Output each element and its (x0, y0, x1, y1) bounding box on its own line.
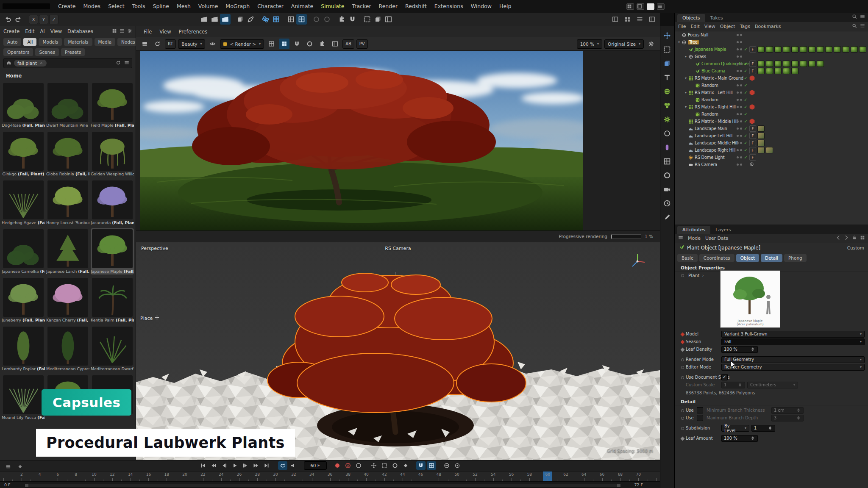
filter-materials[interactable]: Materials (64, 38, 92, 46)
grid-icon[interactable] (296, 14, 307, 25)
visibility-dot-render[interactable] (740, 63, 742, 65)
value-field[interactable]: 100 % (721, 346, 758, 353)
material-chip[interactable] (791, 46, 798, 53)
axis-lock-z-button[interactable]: Z (49, 15, 58, 24)
dropdown[interactable]: Render Geometry▾ (721, 364, 865, 371)
clapper-icon[interactable] (199, 14, 209, 25)
magnet-icon[interactable] (292, 39, 302, 49)
object-row[interactable]: Random✓ (675, 111, 868, 118)
filter-all[interactable]: All (23, 38, 36, 46)
visibility-dot-editor[interactable] (737, 34, 739, 36)
spinner-arrows[interactable] (769, 425, 773, 431)
gridview-icon[interactable] (626, 3, 634, 10)
visibility-dot-render[interactable] (740, 156, 742, 158)
current-frame-field[interactable]: 60 F (304, 461, 327, 470)
range-track[interactable] (25, 484, 621, 488)
visibility-dot-render[interactable] (740, 142, 742, 144)
home-icon[interactable] (6, 60, 11, 67)
object-row[interactable]: ▾Tree (675, 39, 868, 46)
grid-icon[interactable] (286, 14, 296, 25)
menu-tracker[interactable]: Tracker (348, 0, 375, 13)
puzzle-icon[interactable] (337, 14, 347, 25)
use-checkbox[interactable] (697, 407, 703, 413)
clock-icon[interactable] (662, 198, 672, 208)
renderview-menu-file[interactable]: File (140, 26, 155, 37)
marquee-button[interactable] (380, 461, 389, 470)
tag-chip-f[interactable]: F (749, 68, 756, 74)
menu-modes[interactable]: Modes (80, 0, 105, 13)
autokey-button[interactable]: A (343, 461, 353, 470)
material-chip[interactable] (791, 61, 798, 67)
spinner-arrows[interactable] (797, 415, 801, 421)
material-chip[interactable] (800, 46, 807, 53)
anim-dot[interactable] (679, 331, 686, 337)
keydiamond-icon[interactable] (15, 462, 25, 471)
rt-button[interactable]: RT (165, 39, 176, 49)
expand-arrow-icon[interactable]: ▾ (683, 91, 688, 94)
visibility-dot-render[interactable] (740, 120, 742, 122)
size-dropdown[interactable]: Original Size▾ (604, 39, 644, 49)
visibility-dot-editor[interactable] (737, 55, 739, 58)
redshift-material-chip[interactable] (749, 90, 755, 95)
ring-icon[interactable] (662, 170, 672, 180)
tab-layers[interactable]: Layers (710, 226, 736, 234)
prev-frame-button[interactable] (220, 461, 229, 470)
target-tag-icon[interactable] (749, 162, 754, 168)
filter-media[interactable]: Media (95, 38, 116, 46)
tag-chip-f[interactable]: F (749, 46, 756, 53)
visibility-dot-editor[interactable] (737, 48, 739, 50)
listview-icon[interactable] (634, 14, 645, 25)
search-icon[interactable] (852, 14, 857, 20)
visibility-dot-editor[interactable] (737, 113, 739, 115)
asset-menu-view[interactable]: View (50, 28, 62, 34)
grid-button[interactable] (427, 461, 436, 470)
asset-item[interactable]: Dwarf Mountain Pine (Fal... (46, 82, 89, 128)
material-chip[interactable] (766, 46, 773, 53)
material-chip[interactable] (774, 46, 782, 53)
visibility-dot-editor[interactable] (737, 135, 739, 137)
plant-preview-thumbnail[interactable]: Japanese Maple (Acer palmatum) (720, 270, 780, 328)
redshift-material-chip[interactable] (749, 119, 755, 124)
redshift-material-chip[interactable] (749, 75, 755, 81)
menu-simulate[interactable]: Simulate (317, 0, 348, 13)
pen-icon[interactable] (662, 212, 672, 222)
dropdown[interactable]: Variant 3 Full-Grown▾ (721, 331, 865, 338)
filter-operators[interactable]: Operators (3, 48, 33, 56)
redshift-material-chip[interactable] (749, 104, 755, 110)
value-field[interactable]: 1 (751, 425, 775, 432)
go-end-button[interactable] (262, 461, 271, 470)
visibility-dot-render[interactable] (740, 164, 742, 166)
spinner-arrows[interactable] (739, 382, 743, 388)
spinner-arrows[interactable] (751, 435, 755, 441)
objects-menu-object[interactable]: Object (720, 24, 735, 29)
visibility-dot-render[interactable] (740, 149, 742, 151)
visibility-dot-render[interactable] (740, 55, 742, 58)
menu-select[interactable]: Select (104, 0, 128, 13)
camera-dropdown[interactable]: < Render >▾ (220, 39, 264, 49)
visibility-dot-render[interactable] (740, 106, 742, 108)
material-chip[interactable] (774, 68, 782, 74)
enable-check-icon[interactable]: ✓ (743, 47, 748, 52)
menu-volume[interactable]: Volume (195, 0, 222, 13)
objects-menu-file[interactable]: File (678, 24, 686, 29)
minus-circle-button[interactable] (442, 461, 451, 470)
enable-check-icon[interactable]: ✓ (743, 155, 748, 160)
listview-icon[interactable] (120, 28, 125, 35)
material-chip[interactable] (842, 46, 849, 53)
clapper-icon[interactable] (209, 14, 220, 25)
undo-icon[interactable] (3, 14, 13, 25)
go-start-button[interactable] (198, 461, 208, 470)
object-row[interactable]: Random✓ (675, 96, 868, 103)
asset-item[interactable]: Juneberry (Fall, Plant) (2, 277, 45, 323)
asset-menu-edit[interactable]: Edit (25, 28, 34, 34)
visibility-dot-editor[interactable] (737, 128, 739, 130)
menu-render[interactable]: Render (375, 0, 402, 13)
object-row[interactable]: Landscape Middle Hill✓F (675, 139, 868, 147)
expand-arrow-icon[interactable]: ▾ (676, 40, 682, 44)
use-checkbox[interactable] (697, 415, 703, 421)
ab-compare-button[interactable]: AB (342, 39, 354, 49)
layout-icon[interactable] (383, 14, 394, 25)
cube-icon[interactable] (662, 58, 672, 69)
layout-icon[interactable] (610, 14, 620, 25)
tab-attributes[interactable]: Attributes (677, 226, 710, 234)
